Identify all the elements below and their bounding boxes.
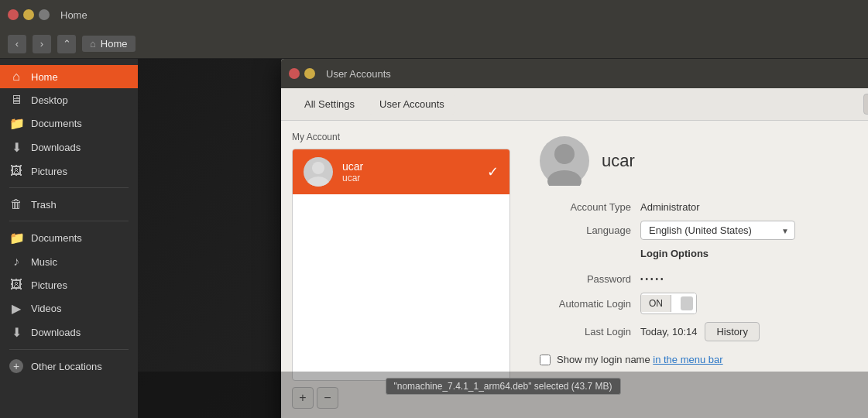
autologin-toggle[interactable]: ON bbox=[640, 293, 697, 314]
home-sidebar-icon: ⌂ bbox=[9, 70, 23, 84]
sidebar-label-documents-1: Documents bbox=[31, 118, 82, 129]
ua-username-display: ucar bbox=[602, 151, 635, 171]
account-check-icon: ✓ bbox=[487, 163, 499, 180]
fm-up-button[interactable]: ⌃ bbox=[57, 35, 76, 53]
sidebar-item-downloads-1[interactable]: ⬇ Downloads bbox=[0, 135, 138, 159]
ua-minimize-button[interactable] bbox=[304, 68, 315, 79]
sidebar-label-home: Home bbox=[31, 71, 58, 83]
videos-icon: ▶ bbox=[9, 301, 23, 316]
fm-content: ⌂ Home 🖥 Desktop 📁 Documents ⬇ Downloads… bbox=[0, 59, 868, 418]
sidebar-item-desktop[interactable]: 🖥 Desktop bbox=[0, 88, 138, 111]
tab-all-settings[interactable]: All Settings bbox=[293, 94, 365, 115]
account-username: ucar bbox=[342, 173, 478, 183]
sidebar-item-trash[interactable]: 🗑 Trash bbox=[0, 193, 138, 216]
account-avatar bbox=[304, 157, 333, 187]
sidebar-item-documents-2[interactable]: 📁 Documents bbox=[0, 226, 138, 250]
language-select[interactable]: English (United States) bbox=[640, 221, 795, 240]
file-manager: Home ‹ › ⌃ ⌂ Home ⌂ Home 🖥 Desktop 📁 Doc… bbox=[0, 0, 868, 418]
sidebar-label-downloads-1: Downloads bbox=[31, 142, 81, 153]
home-icon: ⌂ bbox=[90, 38, 96, 50]
last-login-value: Today, 10:14 bbox=[640, 326, 697, 337]
svg-point-3 bbox=[547, 170, 582, 186]
svg-point-2 bbox=[554, 144, 575, 164]
ua-account-item[interactable]: ucar ucar ✓ bbox=[293, 149, 509, 194]
account-type-label: Account Type bbox=[540, 201, 640, 213]
fm-back-button[interactable]: ‹ bbox=[8, 35, 26, 53]
fm-forward-button[interactable]: › bbox=[33, 35, 51, 53]
show-login-label: Show my login name in the menu bar bbox=[557, 354, 723, 365]
show-login-link[interactable]: in the menu bar bbox=[653, 354, 722, 365]
sidebar-label-desktop: Desktop bbox=[31, 94, 68, 106]
toggle-on-label: ON bbox=[641, 295, 671, 312]
fm-breadcrumb[interactable]: ⌂ Home bbox=[82, 36, 136, 52]
language-select-wrapper: English (United States) bbox=[640, 221, 795, 240]
documents-icon-2: 📁 bbox=[9, 231, 23, 245]
sidebar-item-other-locations[interactable]: + Other Locations bbox=[0, 355, 138, 378]
sidebar-label-pictures-1: Pictures bbox=[31, 166, 67, 177]
fm-window-title: Home bbox=[60, 9, 87, 21]
ua-window-controls bbox=[289, 68, 315, 79]
ua-toolbar: All Settings User Accounts 🔒 Unlock bbox=[281, 88, 868, 121]
tab-user-accounts[interactable]: User Accounts bbox=[369, 94, 455, 115]
password-value: ••••• bbox=[640, 275, 666, 283]
sidebar-label-documents-2: Documents bbox=[31, 232, 82, 244]
account-info: ucar ucar bbox=[342, 160, 478, 183]
toggle-thumb bbox=[681, 296, 693, 310]
breadcrumb-label: Home bbox=[101, 38, 128, 50]
last-login-row: Last Login Today, 10:14 History bbox=[540, 322, 868, 341]
user-accounts-dialog: User Accounts All Settings User Accounts… bbox=[281, 59, 868, 418]
history-button[interactable]: History bbox=[705, 322, 759, 341]
fm-titlebar: Home bbox=[0, 0, 868, 29]
fm-maximize-button[interactable] bbox=[39, 9, 50, 20]
downloads-icon-1: ⬇ bbox=[9, 140, 23, 155]
svg-point-0 bbox=[312, 162, 324, 174]
password-label: Password bbox=[540, 273, 640, 285]
toggle-slider bbox=[671, 293, 696, 314]
svg-point-1 bbox=[307, 176, 329, 187]
sidebar-item-documents-1[interactable]: 📁 Documents bbox=[0, 111, 138, 135]
music-icon: ♪ bbox=[9, 255, 23, 269]
downloads-icon-2: ⬇ bbox=[9, 325, 23, 340]
unlock-button[interactable]: 🔒 Unlock bbox=[863, 94, 868, 115]
sidebar-label-pictures-2: Pictures bbox=[31, 279, 67, 291]
login-options-title: Login Options bbox=[640, 248, 708, 259]
sidebar-label-downloads-2: Downloads bbox=[31, 327, 81, 338]
sidebar-separator-2 bbox=[9, 221, 129, 221]
fm-close-button[interactable] bbox=[8, 9, 19, 20]
sidebar-separator-1 bbox=[9, 187, 129, 188]
ua-close-button[interactable] bbox=[289, 68, 300, 79]
fm-minimize-button[interactable] bbox=[23, 9, 34, 20]
sidebar-item-pictures-2[interactable]: 🖼 Pictures bbox=[0, 273, 138, 296]
password-row: Password ••••• bbox=[540, 273, 868, 285]
autologin-label: Automatic Login bbox=[540, 298, 640, 310]
login-options-title-row: Login Options bbox=[540, 248, 868, 266]
show-login-row: Show my login name in the menu bar bbox=[540, 354, 868, 365]
trash-icon: 🗑 bbox=[9, 197, 23, 211]
account-type-row: Account Type Administrator bbox=[540, 201, 868, 213]
autologin-row: Automatic Login ON bbox=[540, 293, 868, 314]
fm-toolbar: ‹ › ⌃ ⌂ Home bbox=[0, 29, 868, 59]
language-label: Language bbox=[540, 224, 640, 236]
ua-user-header: ucar bbox=[540, 136, 868, 186]
sidebar-item-music[interactable]: ♪ Music bbox=[0, 250, 138, 273]
desktop-icon: 🖥 bbox=[9, 93, 23, 107]
sidebar-label-trash: Trash bbox=[31, 199, 57, 211]
sidebar-item-pictures-1[interactable]: 🖼 Pictures bbox=[0, 159, 138, 183]
last-login-label: Last Login bbox=[540, 326, 640, 337]
sidebar-item-home[interactable]: ⌂ Home bbox=[0, 65, 138, 88]
ua-window-title: User Accounts bbox=[326, 68, 391, 80]
ua-user-avatar-large bbox=[540, 136, 589, 186]
ua-accounts-list: ucar ucar ✓ bbox=[292, 149, 510, 381]
show-login-text: Show my login name bbox=[557, 354, 653, 365]
sidebar-item-downloads-2[interactable]: ⬇ Downloads bbox=[0, 320, 138, 344]
documents-icon-1: 📁 bbox=[9, 116, 23, 131]
sidebar-item-videos[interactable]: ▶ Videos bbox=[0, 296, 138, 320]
account-name: ucar bbox=[342, 160, 478, 173]
add-location-icon: + bbox=[9, 359, 23, 373]
ua-tabs: All Settings User Accounts bbox=[293, 94, 455, 115]
selected-file-badge: "nomachine_7.4.1_1_arm64.deb" selected (… bbox=[385, 378, 620, 395]
sidebar-label-music: Music bbox=[31, 256, 57, 268]
fm-window-controls bbox=[8, 9, 50, 20]
fm-main-area: User Accounts All Settings User Accounts… bbox=[138, 59, 868, 418]
show-login-checkbox[interactable] bbox=[540, 355, 551, 365]
